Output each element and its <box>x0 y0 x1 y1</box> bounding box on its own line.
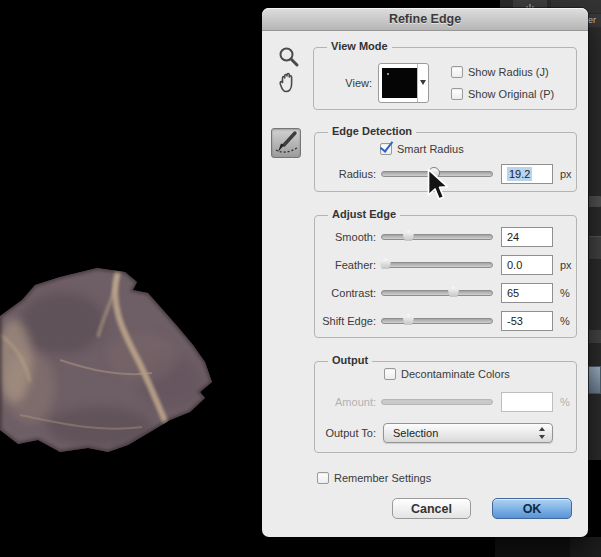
show-radius-checkbox[interactable] <box>451 66 463 78</box>
refine-radius-brush-icon <box>272 129 300 157</box>
background-shadow <box>570 537 601 557</box>
amount-slider-disabled <box>381 399 493 405</box>
radius-field[interactable]: 19.2 <box>501 164 553 184</box>
amount-unit: % <box>560 396 570 408</box>
refine-radius-tool-button[interactable] <box>271 128 301 158</box>
feather-unit: px <box>560 259 572 271</box>
ok-button[interactable]: OK <box>492 498 572 519</box>
document-canvas-rock[interactable] <box>0 265 222 460</box>
smooth-field[interactable]: 24 <box>501 227 553 247</box>
dialog-titlebar[interactable]: Refine Edge <box>262 8 588 31</box>
smart-radius-label: Smart Radius <box>397 143 464 155</box>
background-panel-item <box>589 236 601 259</box>
contrast-label: Contrast: <box>302 287 376 299</box>
adjust-edge-group-label: Adjust Edge <box>328 208 400 220</box>
layer-thumbnail-icon <box>588 366 601 394</box>
chevron-down-icon <box>420 80 426 85</box>
feather-field[interactable]: 0.0 <box>501 255 553 275</box>
contrast-unit: % <box>560 287 570 299</box>
feather-field-value: 0.0 <box>507 259 522 271</box>
hand-tool-icon[interactable] <box>275 70 301 96</box>
background-panel-item <box>589 196 601 207</box>
shift-edge-label: Shift Edge: <box>302 315 376 327</box>
smooth-field-value: 24 <box>507 231 519 243</box>
radius-label: Radius: <box>302 168 376 180</box>
contrast-field-value: 65 <box>507 287 519 299</box>
amount-field <box>501 392 553 412</box>
feather-label: Feather: <box>302 259 376 271</box>
smooth-label: Smooth: <box>302 231 376 243</box>
radius-unit: px <box>560 168 572 180</box>
feather-slider[interactable] <box>381 262 493 268</box>
stepper-up-icon <box>539 427 545 431</box>
panel-tab-partial-text: er <box>588 15 596 25</box>
decontaminate-colors-label: Decontaminate Colors <box>401 368 510 380</box>
show-radius-label: Show Radius (J) <box>468 66 549 78</box>
shift-edge-field-value: -53 <box>507 315 523 327</box>
shift-edge-field[interactable]: -53 <box>501 311 553 331</box>
decontaminate-colors-checkbox[interactable] <box>384 368 396 380</box>
refine-edge-dialog: Refine Edge View Mode View: <box>262 8 588 537</box>
background-panel-tab: er <box>588 14 601 27</box>
view-thumbnail-dropdown[interactable] <box>378 63 429 103</box>
view-thumbnail-arrow-strip <box>417 64 428 102</box>
contrast-slider[interactable] <box>381 290 493 296</box>
amount-label: Amount: <box>302 396 376 408</box>
show-original-checkbox[interactable] <box>451 88 463 100</box>
cancel-button[interactable]: Cancel <box>392 498 471 519</box>
remember-settings-checkbox[interactable] <box>317 472 329 484</box>
shift-edge-unit: % <box>560 315 570 327</box>
background-panel-item <box>589 330 601 343</box>
output-to-dropdown[interactable]: Selection <box>383 423 553 443</box>
remember-settings-label: Remember Settings <box>334 472 431 484</box>
view-mode-group-label: View Mode <box>327 40 392 52</box>
mouse-cursor <box>426 168 452 206</box>
smart-radius-checkbox[interactable] <box>380 143 392 155</box>
contrast-field[interactable]: 65 <box>501 283 553 303</box>
view-thumbnail-speck <box>387 73 389 75</box>
edge-detection-group-label: Edge Detection <box>328 125 416 137</box>
zoom-tool-icon[interactable] <box>278 46 300 68</box>
smooth-slider[interactable] <box>381 234 493 240</box>
stepper-down-icon <box>539 435 545 439</box>
radius-field-selected-text: 19.2 <box>507 167 532 181</box>
output-to-label: Output To: <box>302 427 376 439</box>
view-label: View: <box>312 77 372 89</box>
dialog-title: Refine Edge <box>262 8 588 30</box>
photoshop-workspace: er Re <box>0 0 601 557</box>
output-to-value: Selection <box>393 427 438 439</box>
shift-edge-slider[interactable] <box>381 318 493 324</box>
show-original-label: Show Original (P) <box>468 88 554 100</box>
output-group-label: Output <box>328 354 372 366</box>
